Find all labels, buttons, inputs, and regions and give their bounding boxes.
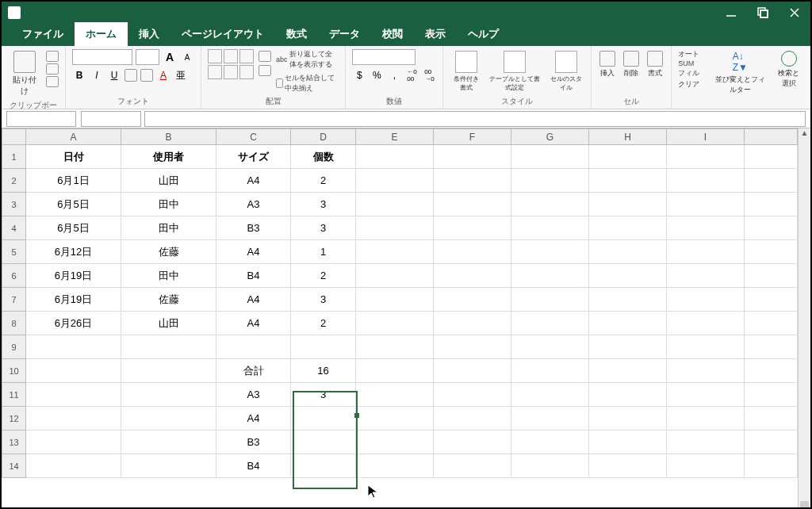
increase-decimal-button[interactable]: ←000 (404, 68, 419, 82)
cell[interactable] (589, 407, 667, 431)
cell[interactable] (667, 407, 745, 431)
cell[interactable] (434, 335, 511, 359)
cell[interactable] (589, 193, 667, 216)
cell[interactable] (216, 335, 291, 359)
border-icon[interactable] (124, 69, 137, 82)
cell[interactable]: A4 (216, 240, 291, 264)
cell[interactable] (26, 407, 121, 431)
cell[interactable] (356, 240, 434, 264)
format-as-table-button[interactable]: テーブルとして書式設定 (487, 49, 543, 94)
cell[interactable] (511, 288, 589, 312)
cell[interactable] (667, 240, 745, 264)
cell[interactable] (356, 335, 434, 359)
cell[interactable] (434, 288, 511, 312)
cell[interactable] (667, 264, 745, 288)
cell[interactable] (356, 169, 434, 193)
cut-icon[interactable] (46, 51, 59, 62)
tab-file[interactable]: ファイル (11, 22, 75, 46)
copy-icon[interactable] (46, 63, 59, 75)
col-header-g[interactable]: G (511, 129, 589, 145)
cell[interactable]: 使用者 (121, 145, 216, 169)
row-header[interactable]: 5 (2, 240, 26, 264)
cell[interactable] (745, 431, 798, 454)
cell[interactable]: 3 (291, 193, 356, 216)
cell[interactable] (356, 407, 434, 431)
cell[interactable] (434, 454, 511, 478)
cell[interactable]: 佐藤 (121, 240, 216, 264)
cell[interactable] (356, 431, 434, 454)
indent-icon[interactable] (259, 65, 271, 76)
comma-button[interactable]: , (387, 68, 401, 82)
cell-styles-button[interactable]: セルのスタイル (548, 49, 585, 94)
cell[interactable] (589, 383, 667, 407)
delete-cells-button[interactable]: 削除 (622, 49, 641, 80)
cell[interactable]: 佐藤 (121, 288, 216, 312)
cell[interactable] (511, 312, 589, 335)
cell[interactable] (434, 312, 511, 335)
cell[interactable] (745, 383, 798, 407)
cell[interactable] (589, 431, 667, 454)
cell[interactable] (745, 359, 798, 383)
cell[interactable] (434, 193, 511, 216)
cell[interactable] (121, 383, 216, 407)
wrap-text-button[interactable]: abc 折り返して全体を表示する (276, 49, 339, 70)
cell[interactable] (356, 193, 434, 216)
tab-help[interactable]: ヘルプ (457, 22, 510, 46)
cell[interactable]: 山田 (121, 169, 216, 193)
cell[interactable] (667, 193, 745, 216)
tab-review[interactable]: 校閲 (371, 22, 414, 46)
cell[interactable]: 個数 (291, 145, 356, 169)
cell[interactable]: 16 (291, 359, 356, 383)
col-header-h[interactable]: H (589, 129, 667, 145)
row-header[interactable]: 4 (2, 216, 26, 240)
cell[interactable]: A4 (216, 288, 291, 312)
cell[interactable] (511, 145, 589, 169)
cell[interactable] (356, 216, 434, 240)
cell[interactable]: A3 (216, 193, 291, 216)
tab-view[interactable]: 表示 (414, 22, 457, 46)
cell[interactable]: 2 (291, 312, 356, 335)
col-header-e[interactable]: E (356, 129, 434, 145)
cell[interactable] (434, 264, 511, 288)
cell[interactable] (356, 288, 434, 312)
fill-color-icon[interactable] (140, 69, 153, 82)
cell[interactable]: 3 (291, 383, 356, 407)
cell[interactable] (667, 145, 745, 169)
cell[interactable] (745, 240, 798, 264)
cell[interactable]: 山田 (121, 312, 216, 335)
cell[interactable] (434, 407, 511, 431)
vertical-scrollbar[interactable]: ▲ (798, 128, 810, 507)
cell[interactable] (356, 145, 434, 169)
row-header[interactable]: 7 (2, 288, 26, 312)
cell[interactable] (356, 383, 434, 407)
cell[interactable] (511, 264, 589, 288)
cell[interactable]: 6月12日 (26, 240, 121, 264)
cell[interactable]: 6月19日 (26, 288, 121, 312)
cell[interactable] (745, 312, 798, 335)
cell[interactable] (745, 407, 798, 431)
row-header[interactable]: 3 (2, 193, 26, 216)
cell[interactable] (121, 407, 216, 431)
scroll-up-icon[interactable]: ▲ (799, 128, 810, 140)
col-header-d[interactable]: D (291, 129, 356, 145)
currency-button[interactable]: $ (352, 68, 366, 82)
cell[interactable] (667, 335, 745, 359)
cell[interactable] (291, 454, 356, 478)
minimize-button[interactable] (722, 3, 741, 22)
cell[interactable] (434, 240, 511, 264)
cell[interactable] (589, 240, 667, 264)
cell[interactable] (511, 359, 589, 383)
cell[interactable] (434, 216, 511, 240)
cell[interactable]: A4 (216, 312, 291, 335)
cell[interactable] (121, 359, 216, 383)
underline-button[interactable]: U (107, 68, 121, 82)
font-size-input[interactable] (136, 49, 159, 65)
italic-button[interactable]: I (90, 68, 104, 82)
cell[interactable] (667, 288, 745, 312)
col-header-f[interactable]: F (434, 129, 511, 145)
cell[interactable] (291, 335, 356, 359)
cell[interactable] (356, 264, 434, 288)
cell[interactable] (745, 335, 798, 359)
cell[interactable]: A4 (216, 407, 291, 431)
cell[interactable] (121, 454, 216, 478)
